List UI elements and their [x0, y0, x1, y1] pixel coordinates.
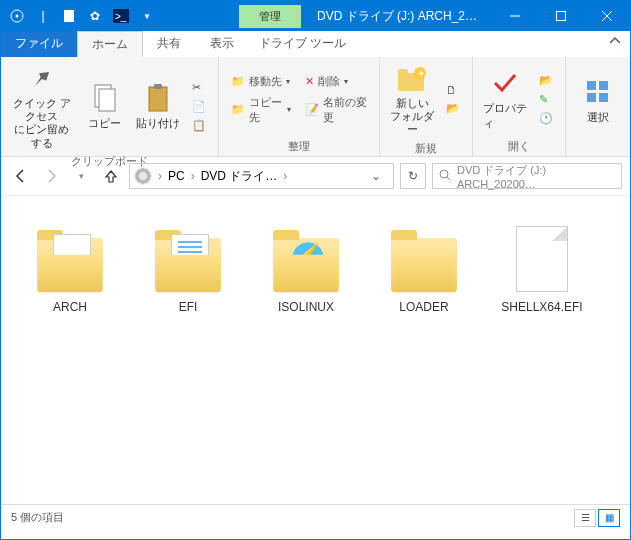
copy-icon [88, 82, 120, 114]
copy-path-button[interactable]: 📄 [188, 98, 210, 115]
ribbon-tabs: ファイル ホーム 共有 表示 ドライブ ツール [1, 31, 630, 57]
shortcut-icon: 📋 [192, 119, 206, 132]
recent-dropdown-icon[interactable]: ▾ [69, 164, 93, 188]
tab-file[interactable]: ファイル [1, 31, 77, 57]
cut-button[interactable]: ✂ [188, 79, 210, 96]
dropdown-icon: ▾ [344, 77, 348, 86]
copy-to-button[interactable]: 📁コピー先▾ [227, 93, 295, 127]
details-view-button[interactable]: ☰ [574, 509, 596, 527]
dropdown-icon: ▾ [286, 77, 290, 86]
check-icon [489, 67, 521, 99]
item-label: ISOLINUX [278, 300, 334, 314]
folder-icon [389, 224, 459, 294]
up-button[interactable] [99, 164, 123, 188]
svg-point-1 [16, 15, 19, 18]
svg-rect-10 [99, 89, 115, 111]
paste-icon [142, 82, 174, 114]
pin-icon [26, 63, 58, 95]
tab-home[interactable]: ホーム [77, 31, 143, 57]
folder-icon [153, 224, 223, 294]
pin-label: クイック アクセス にピン留めする [11, 97, 72, 150]
list-item[interactable]: ARCH [11, 216, 129, 322]
new-folder-label: 新しい フォルダー [390, 97, 434, 137]
minimize-button[interactable] [492, 1, 538, 31]
properties-icon[interactable]: ✿ [83, 4, 107, 28]
item-count: 5 個の項目 [11, 510, 64, 525]
rename-button[interactable]: 📝名前の変更 [301, 93, 371, 127]
search-placeholder: DVD ドライブ (J:) ARCH_20200… [457, 163, 615, 190]
tab-drive-tools[interactable]: ドライブ ツール [249, 31, 357, 57]
tab-share[interactable]: 共有 [143, 31, 196, 57]
list-item[interactable]: ⚡ISOLINUX [247, 216, 365, 322]
chevron-right-icon[interactable]: › [283, 169, 287, 183]
select-button[interactable]: 選択 [574, 74, 622, 127]
copy-button[interactable]: コピー [80, 80, 128, 133]
icons-view-button[interactable]: ▦ [598, 509, 620, 527]
ribbon-group-clipboard: クイック アクセス にピン留めする コピー 貼り付け ✂ 📄 📋 クリップボード [1, 57, 219, 156]
chevron-right-icon[interactable]: › [158, 169, 162, 183]
breadcrumb-dropdown-icon[interactable]: ⌄ [363, 169, 389, 183]
breadcrumb[interactable]: › PC › DVD ドライ… › ⌄ [129, 163, 394, 189]
history-icon: 🕐 [539, 112, 553, 125]
easy-access-button[interactable]: 📂 [442, 100, 464, 117]
move-icon: 📁 [231, 75, 245, 88]
close-button[interactable] [584, 1, 630, 31]
delete-button[interactable]: ✕削除▾ [301, 72, 371, 91]
file-list: ARCHEFI⚡ISOLINUXLOADERSHELLX64.EFI [1, 196, 630, 504]
pin-quick-access-button[interactable]: クイック アクセス にピン留めする [9, 61, 74, 152]
search-input[interactable]: DVD ドライブ (J:) ARCH_20200… [432, 163, 622, 189]
properties-button[interactable]: プロパティ [481, 65, 529, 133]
breadcrumb-drive[interactable]: DVD ドライ… [197, 168, 282, 185]
new-folder-button[interactable]: ✦ 新しい フォルダー [388, 61, 436, 139]
svg-rect-2 [64, 10, 74, 22]
select-label: 選択 [587, 110, 609, 125]
list-item[interactable]: SHELLX64.EFI [483, 216, 601, 322]
chevron-right-icon[interactable]: › [191, 169, 195, 183]
window-controls [492, 1, 630, 31]
easy-access-icon: 📂 [446, 102, 460, 115]
new-folder-icon: ✦ [396, 63, 428, 95]
svg-rect-17 [587, 81, 596, 90]
new-item-button[interactable]: 🗋 [442, 82, 464, 98]
paste-label: 貼り付け [136, 116, 180, 131]
tab-view[interactable]: 表示 [196, 31, 249, 57]
breadcrumb-pc[interactable]: PC [164, 169, 189, 183]
refresh-button[interactable]: ↻ [400, 163, 426, 189]
back-button[interactable] [9, 164, 33, 188]
paste-shortcut-button[interactable]: 📋 [188, 117, 210, 134]
list-item[interactable]: LOADER [365, 216, 483, 322]
cut-icon: ✂ [192, 81, 201, 94]
ribbon: クイック アクセス にピン留めする コピー 貼り付け ✂ 📄 📋 クリップボード [1, 57, 630, 157]
rename-icon: 📝 [305, 103, 319, 116]
ribbon-group-new: ✦ 新しい フォルダー 🗋 📂 新規 [380, 57, 473, 156]
disc-icon[interactable] [5, 4, 29, 28]
status-bar: 5 個の項目 ☰ ▦ [1, 504, 630, 530]
svg-text:✦: ✦ [417, 68, 425, 79]
edit-button[interactable]: ✎ [535, 91, 557, 108]
qat-dropdown-icon[interactable]: ▼ [135, 4, 159, 28]
powershell-icon[interactable]: >_ [109, 4, 133, 28]
list-item[interactable]: EFI [129, 216, 247, 322]
paste-button[interactable]: 貼り付け [134, 80, 182, 133]
open-button[interactable]: 📂 [535, 72, 557, 89]
item-label: SHELLX64.EFI [501, 300, 582, 314]
svg-rect-19 [587, 93, 596, 102]
properties-label: プロパティ [483, 101, 527, 131]
svg-rect-12 [154, 84, 162, 89]
move-to-button[interactable]: 📁移動先▾ [227, 72, 295, 91]
contextual-tab-label: 管理 [239, 5, 301, 28]
forward-button[interactable] [39, 164, 63, 188]
svg-line-22 [447, 177, 450, 180]
svg-point-21 [440, 170, 448, 178]
item-label: ARCH [53, 300, 87, 314]
file-new-icon[interactable] [57, 4, 81, 28]
organize-group-label: 整理 [288, 137, 310, 154]
delete-icon: ✕ [305, 75, 314, 88]
history-button[interactable]: 🕐 [535, 110, 557, 127]
clipboard-small-buttons: ✂ 📄 📋 [188, 79, 210, 134]
ribbon-group-organize: 📁移動先▾ 📁コピー先▾ ✕削除▾ 📝名前の変更 整理 [219, 57, 380, 156]
svg-text:>_: >_ [115, 11, 127, 22]
svg-rect-18 [599, 81, 608, 90]
collapse-ribbon-icon[interactable] [600, 31, 630, 57]
maximize-button[interactable] [538, 1, 584, 31]
